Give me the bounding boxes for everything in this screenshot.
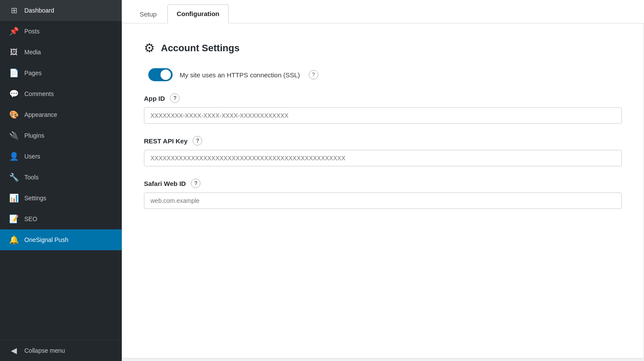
plugins-icon: 🔌 (9, 130, 19, 141)
sidebar-item-tools[interactable]: 🔧 Tools (0, 167, 122, 188)
sidebar-item-settings[interactable]: 📊 Settings (0, 188, 122, 209)
tab-configuration[interactable]: Configuration (167, 4, 228, 23)
fields-container: App ID ? REST API Key ? Safari Web ID ? (144, 93, 622, 209)
seo-icon: 📝 (9, 214, 19, 224)
sidebar-label-pages: Pages (24, 70, 42, 76)
sidebar-item-posts[interactable]: 📌 Posts (0, 21, 122, 42)
collapse-menu-item[interactable]: ◀ Collapse menu (0, 340, 122, 361)
https-help-badge[interactable]: ? (309, 70, 318, 79)
sidebar-label-onesignal: OneSignal Push (24, 236, 68, 243)
section-header: ⚙ Account Settings (144, 41, 622, 55)
sidebar-item-dashboard[interactable]: ⊞ Dashboard (0, 0, 122, 21)
appearance-icon: 🎨 (9, 109, 19, 120)
sidebar-label-settings: Settings (24, 195, 47, 202)
label-text-app-id: App ID (144, 95, 165, 102)
collapse-icon: ◀ (9, 345, 19, 356)
sidebar-item-media[interactable]: 🖼 Media (0, 42, 122, 63)
https-toggle-row: My site uses an HTTPS connection (SSL) ? (148, 68, 622, 81)
label-text-safari-web-id: Safari Web ID (144, 180, 186, 187)
help-badge-safari-web-id[interactable]: ? (191, 179, 200, 188)
content-panel: ⚙ Account Settings My site uses an HTTPS… (122, 23, 644, 358)
input-app-id[interactable] (144, 107, 622, 124)
sidebar-label-media: Media (24, 49, 41, 56)
field-label-rest-api-key: REST API Key ? (144, 136, 622, 146)
sidebar-item-pages[interactable]: 📄 Pages (0, 63, 122, 83)
sidebar-label-plugins: Plugins (24, 132, 44, 139)
label-text-rest-api-key: REST API Key (144, 137, 187, 145)
tools-icon: 🔧 (9, 172, 19, 182)
posts-icon: 📌 (9, 26, 19, 36)
onesignal-icon: 🔔 (9, 235, 19, 245)
field-label-safari-web-id: Safari Web ID ? (144, 179, 622, 188)
dashboard-icon: ⊞ (9, 5, 19, 16)
sidebar-label-appearance: Appearance (24, 111, 57, 118)
sidebar-label-tools: Tools (24, 174, 39, 181)
input-safari-web-id[interactable] (144, 192, 622, 209)
sidebar-item-seo[interactable]: 📝 SEO (0, 209, 122, 229)
field-group-app-id: App ID ? (144, 93, 622, 124)
sidebar: ⊞ Dashboard 📌 Posts 🖼 Media 📄 Pages 💬 Co… (0, 0, 122, 361)
sidebar-label-comments: Comments (24, 90, 54, 97)
sidebar-label-posts: Posts (24, 28, 40, 35)
sidebar-item-onesignal[interactable]: 🔔 OneSignal Push (0, 229, 122, 250)
help-badge-rest-api-key[interactable]: ? (193, 136, 202, 146)
tab-setup[interactable]: Setup (130, 5, 166, 23)
section-title: Account Settings (161, 43, 240, 54)
help-badge-app-id[interactable]: ? (170, 93, 180, 103)
main-content: SetupConfiguration ⚙ Account Settings My… (122, 0, 644, 361)
https-toggle[interactable] (148, 68, 173, 81)
field-group-rest-api-key: REST API Key ? (144, 136, 622, 166)
field-label-app-id: App ID ? (144, 93, 622, 103)
field-group-safari-web-id: Safari Web ID ? (144, 179, 622, 209)
pages-icon: 📄 (9, 68, 19, 78)
settings-icon: 📊 (9, 193, 19, 203)
sidebar-item-comments[interactable]: 💬 Comments (0, 83, 122, 104)
input-rest-api-key[interactable] (144, 150, 622, 166)
sidebar-item-users[interactable]: 👤 Users (0, 146, 122, 167)
media-icon: 🖼 (9, 47, 19, 57)
sidebar-label-seo: SEO (24, 215, 37, 222)
tabs-bar: SetupConfiguration (122, 0, 644, 23)
https-toggle-label: My site uses an HTTPS connection (SSL) (180, 71, 300, 79)
users-icon: 👤 (9, 151, 19, 162)
comments-icon: 💬 (9, 89, 19, 99)
sidebar-item-appearance[interactable]: 🎨 Appearance (0, 104, 122, 125)
gear-icon: ⚙ (144, 41, 155, 55)
sidebar-item-plugins[interactable]: 🔌 Plugins (0, 125, 122, 146)
sidebar-label-users: Users (24, 153, 40, 160)
collapse-label: Collapse menu (24, 347, 65, 354)
sidebar-label-dashboard: Dashboard (24, 7, 54, 14)
